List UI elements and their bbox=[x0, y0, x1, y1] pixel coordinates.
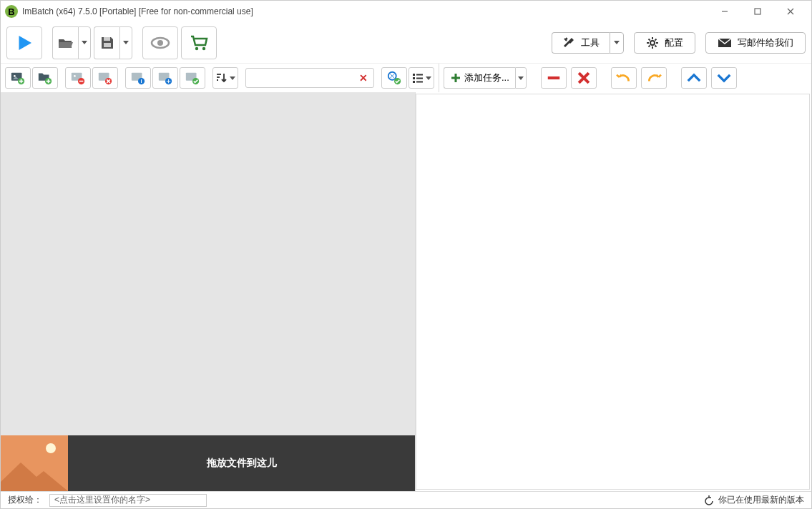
images-toolbar: i ✕ bbox=[1, 64, 439, 92]
remove-all-button[interactable] bbox=[92, 67, 118, 89]
tools-button[interactable]: 工具 bbox=[552, 32, 610, 54]
remove-task-button[interactable] bbox=[541, 67, 567, 89]
config-label: 配置 bbox=[665, 36, 683, 49]
play-icon bbox=[14, 32, 35, 54]
svg-rect-45 bbox=[413, 81, 415, 83]
version-status-text: 你已在使用最新的版本 bbox=[718, 494, 804, 506]
task-check-icon bbox=[386, 70, 402, 86]
config-button[interactable]: 配置 bbox=[634, 32, 695, 54]
wrench-icon bbox=[562, 36, 575, 49]
open-split-button[interactable] bbox=[52, 26, 91, 59]
save-icon bbox=[99, 35, 115, 51]
clear-search-button[interactable]: ✕ bbox=[356, 72, 371, 84]
svg-rect-4 bbox=[104, 37, 110, 41]
svg-line-18 bbox=[649, 45, 650, 46]
move-up-button[interactable] bbox=[681, 67, 707, 89]
image-info2-icon bbox=[157, 70, 173, 86]
plus-icon bbox=[450, 72, 461, 84]
license-label: 授权给： bbox=[8, 494, 42, 506]
sort-button[interactable] bbox=[212, 67, 238, 89]
tools-split-button[interactable]: 工具 bbox=[552, 32, 624, 54]
email-label: 写邮件给我们 bbox=[738, 36, 793, 49]
sort-icon bbox=[215, 71, 228, 84]
preview-button[interactable] bbox=[142, 26, 178, 59]
main-toolbar: 工具 配置 写邮件给我们 bbox=[1, 22, 811, 64]
image-info-icon: i bbox=[130, 70, 146, 86]
svg-point-48 bbox=[46, 443, 56, 453]
chevron-up-icon bbox=[686, 70, 702, 86]
svg-point-8 bbox=[195, 46, 198, 49]
search-input[interactable] bbox=[249, 73, 356, 83]
svg-rect-43 bbox=[413, 77, 415, 79]
x-icon bbox=[576, 70, 592, 86]
add-image-icon bbox=[10, 70, 26, 86]
mail-icon bbox=[718, 38, 732, 48]
content-area: 拖放文件到这儿 bbox=[1, 92, 811, 491]
window-title: ImBatch (x64) 7.5.0 [Portable] [Free for… bbox=[22, 6, 708, 16]
cart-icon bbox=[190, 34, 208, 51]
undo-button[interactable] bbox=[611, 67, 637, 89]
tools-dropdown[interactable] bbox=[610, 32, 624, 54]
app-logo-icon: B bbox=[5, 5, 18, 18]
gear-icon bbox=[646, 36, 659, 49]
chevron-down-icon bbox=[614, 41, 620, 44]
redo-icon bbox=[646, 70, 662, 86]
add-folder-icon bbox=[37, 70, 53, 86]
svg-point-10 bbox=[650, 41, 655, 45]
chevron-down-icon bbox=[426, 76, 431, 80]
remove-image-button[interactable] bbox=[65, 67, 91, 89]
open-button[interactable] bbox=[52, 26, 78, 59]
add-task-button[interactable]: 添加任务... bbox=[444, 67, 515, 89]
svg-rect-1 bbox=[755, 9, 760, 14]
svg-rect-5 bbox=[104, 43, 111, 47]
save-split-button[interactable] bbox=[94, 26, 132, 59]
task-check-button[interactable] bbox=[381, 67, 407, 89]
check-image-button[interactable] bbox=[180, 67, 205, 89]
delete-task-button[interactable] bbox=[571, 67, 597, 89]
svg-point-9 bbox=[202, 46, 205, 49]
redo-button[interactable] bbox=[641, 67, 667, 89]
svg-text:i: i bbox=[141, 78, 142, 84]
svg-line-16 bbox=[655, 45, 657, 46]
drop-zone-text: 拖放文件到这儿 bbox=[68, 457, 415, 470]
tasks-panel[interactable] bbox=[416, 94, 810, 490]
license-name-input[interactable] bbox=[49, 494, 207, 507]
list-view-button[interactable] bbox=[409, 67, 434, 89]
list-icon bbox=[411, 71, 424, 84]
search-box[interactable]: ✕ bbox=[245, 68, 374, 88]
email-button[interactable]: 写邮件给我们 bbox=[705, 32, 806, 54]
save-button[interactable] bbox=[94, 26, 119, 59]
titlebar: B ImBatch (x64) 7.5.0 [Portable] [Free f… bbox=[1, 1, 811, 22]
chevron-down-icon bbox=[230, 76, 235, 80]
save-dropdown[interactable] bbox=[119, 26, 132, 59]
undo-icon bbox=[616, 70, 632, 86]
eye-icon bbox=[150, 36, 170, 50]
open-folder-icon bbox=[57, 35, 74, 51]
chevron-down-icon bbox=[518, 76, 524, 80]
close-button[interactable] bbox=[774, 1, 807, 22]
refresh-icon bbox=[704, 495, 714, 505]
images-panel[interactable]: 拖放文件到这儿 bbox=[1, 92, 416, 491]
image-info-button[interactable]: i bbox=[125, 67, 151, 89]
add-image-button[interactable] bbox=[5, 67, 31, 89]
tools-label: 工具 bbox=[581, 36, 600, 49]
statusbar: 授权给： 你已在使用最新的版本 bbox=[1, 491, 811, 508]
add-task-split-button[interactable]: 添加任务... bbox=[444, 67, 527, 89]
image-info2-button[interactable] bbox=[152, 67, 178, 89]
add-task-dropdown[interactable] bbox=[515, 67, 527, 89]
minimize-button[interactable] bbox=[708, 1, 741, 22]
drop-zone[interactable]: 拖放文件到这儿 bbox=[1, 435, 415, 491]
shop-button[interactable] bbox=[181, 26, 217, 59]
open-dropdown[interactable] bbox=[78, 26, 91, 59]
check-image-icon bbox=[185, 70, 200, 86]
maximize-button[interactable] bbox=[741, 1, 774, 22]
add-folder-button[interactable] bbox=[32, 67, 58, 89]
svg-point-25 bbox=[74, 75, 76, 77]
svg-point-7 bbox=[157, 40, 163, 46]
move-down-button[interactable] bbox=[711, 67, 737, 89]
sub-toolbars: i ✕ bbox=[1, 64, 811, 92]
minus-icon bbox=[546, 70, 562, 86]
run-button[interactable] bbox=[6, 26, 42, 59]
remove-image-icon bbox=[70, 70, 86, 86]
add-task-label: 添加任务... bbox=[464, 71, 509, 84]
